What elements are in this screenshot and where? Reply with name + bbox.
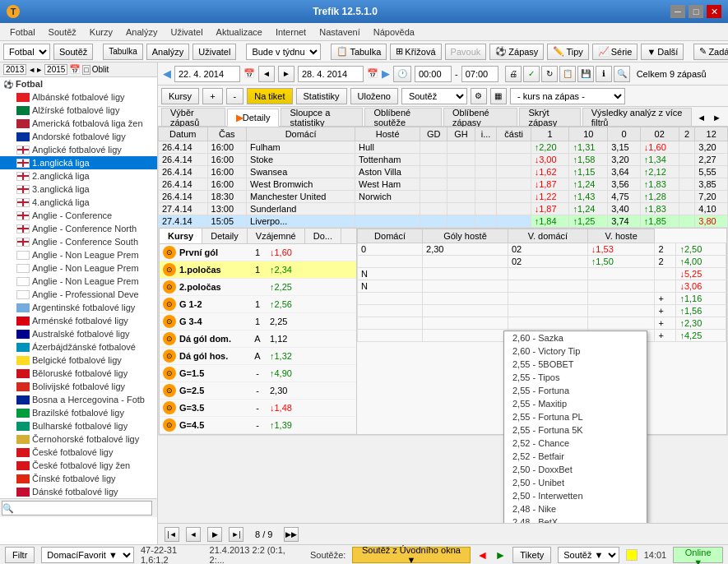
tab-oblibene-zapasy[interactable]: Oblíbené zápasy [443, 108, 517, 126]
soutez-bottom-select[interactable]: Soutěž ▼ [558, 547, 619, 563]
col-cas[interactable]: Čas [207, 127, 247, 141]
dropdown-item[interactable]: 2,50 - DoxxBet [504, 463, 647, 476]
uzivatel-button[interactable]: Uživatel [192, 44, 236, 60]
sidebar-item-albania[interactable]: Albánské fotbalové ligy [0, 90, 157, 104]
menu-fotbal[interactable]: Fotbal [3, 25, 42, 39]
sidebar-item-english-2[interactable]: 2.anglická liga [0, 169, 157, 183]
export-btn[interactable]: 💾 [577, 66, 594, 82]
col-0[interactable]: 0 [608, 127, 641, 141]
nav-prev-btn[interactable]: ◄ [186, 527, 201, 542]
sidebar-item-nonleague3[interactable]: Anglie - Non League Prem [0, 275, 157, 288]
menu-aktualizace[interactable]: Aktualizace [210, 25, 269, 39]
tab-scroll-right[interactable]: ► [709, 109, 725, 126]
menu-soutez[interactable]: Soutěž [42, 25, 83, 39]
oblit-checkbox[interactable]: □ [82, 65, 90, 75]
sidebar-item-algeria[interactable]: Alžírské fotbalové ligy [0, 104, 157, 117]
menu-analyzy[interactable]: Analýzy [119, 25, 165, 39]
add-btn[interactable]: + [202, 88, 222, 104]
sidebar-item-bolivia[interactable]: Bolivijské fotbalové ligy [0, 380, 157, 393]
filter-btn[interactable]: ▦ [490, 88, 507, 104]
pavouk-button[interactable]: Pavouk [445, 44, 487, 60]
calendar-to-icon[interactable]: 📅 [367, 68, 378, 79]
match-tab-do[interactable]: Do... [305, 229, 341, 243]
kurs-select[interactable]: - kurs na zápas - [510, 88, 625, 104]
col-gh[interactable]: GH [447, 127, 475, 141]
krizova-button[interactable]: ⊞ Křížová [390, 44, 441, 60]
table-row[interactable]: 26.4.14 16:00 Stoke Tottenham ↓3,00 ↑1,5… [159, 154, 728, 166]
info-btn[interactable]: ℹ [596, 66, 612, 82]
menu-uzivatel[interactable]: Uživatel [164, 25, 209, 39]
kursy-btn[interactable]: Kursy [161, 88, 199, 104]
col-10[interactable]: 10 [569, 127, 608, 141]
col-domaci[interactable]: Domácí [247, 127, 355, 141]
tab-scroll-left[interactable]: ◄ [693, 109, 709, 126]
col-i[interactable]: i... [475, 127, 497, 141]
print-btn[interactable]: 🖨 [505, 66, 522, 82]
sidebar-item-armenia[interactable]: Arménské fotbalové ligy [0, 314, 157, 327]
calendar-icon[interactable]: 📅 [69, 64, 81, 75]
dropdown-item[interactable]: 2,50 - Unibet [504, 476, 647, 489]
dropdown-item[interactable]: 2,55 - Maxitip [504, 397, 647, 410]
col-1[interactable]: 1 [531, 127, 569, 141]
sidebar-item-conference[interactable]: Anglie - Conference [0, 209, 157, 222]
sidebar-item-argentina[interactable]: Argentinské fotbalové ligy [0, 301, 157, 314]
sidebar-item-america-w[interactable]: Americká fotbalová liga žen [0, 117, 157, 130]
menu-napoveda[interactable]: Nápověda [367, 25, 421, 39]
kurzy-button[interactable]: Tabulka [103, 44, 142, 60]
tabulka-button[interactable]: 📋 Tabulka [331, 44, 387, 60]
sidebar-item-brazil[interactable]: Brazilské fotbalové ligy [0, 406, 157, 419]
sidebar-item-england-leagues[interactable]: Anglické fotbalové ligy [0, 143, 157, 156]
sidebar-search[interactable] [2, 501, 152, 515]
sidebar-item-australia[interactable]: Australské fotbalové ligy [0, 327, 157, 340]
tab-skryt[interactable]: Skrýt zápasy [519, 108, 580, 126]
refresh-btn[interactable]: ↻ [541, 66, 558, 82]
dropdown-item[interactable]: 2,48 - BetX [504, 515, 647, 523]
soutez-button[interactable]: Soutěž [53, 44, 93, 60]
dropdown-item[interactable]: 2,48 - Nike [504, 502, 647, 515]
dropdown-item[interactable]: 2,55 - Fortuna PL [504, 410, 647, 423]
table-row[interactable]: 26.4.14 16:00 Swansea Aston Villa ↓1,62 … [159, 166, 728, 178]
menu-internet[interactable]: Internet [269, 25, 313, 39]
nav-play-btn[interactable]: ▶ [207, 527, 222, 542]
year-to[interactable]: 2015 [44, 64, 67, 75]
dropdown-item[interactable]: 2,52 - Chance [504, 437, 647, 450]
year-from[interactable]: 2013 [3, 64, 26, 75]
match-tab-vzajemne[interactable]: Vzájemné [248, 229, 305, 243]
bet-row-g45[interactable]: ⊙ G=4.5 - ↑1,39 [160, 417, 356, 434]
sport-select[interactable]: Fotbal [3, 44, 50, 60]
soutez-select[interactable]: Soutěž [401, 88, 467, 104]
col-gd[interactable]: GD [420, 127, 447, 141]
sidebar-item-english-1[interactable]: 1.anglická liga [0, 156, 157, 169]
statistiky-btn[interactable]: Statistiky [296, 88, 347, 104]
tikety-btn[interactable]: Tikety [512, 547, 551, 563]
dropdown-item[interactable]: 2,55 - Fortuna [504, 384, 647, 397]
col-casti[interactable]: části [497, 127, 531, 141]
sidebar-item-denmark[interactable]: Dánské fotbalové ligy [0, 485, 157, 498]
arrow-red[interactable]: ◄ [477, 548, 489, 562]
date-from-input[interactable] [174, 66, 240, 82]
nav-prev-icon[interactable]: ◀ [163, 67, 171, 80]
table-row[interactable]: 26.4.14 18:30 Manchester United Norwich … [159, 191, 728, 203]
sidebar-item-china[interactable]: Čínské fotbalové ligy [0, 472, 157, 485]
sidebar-item-english-3[interactable]: 3.anglická liga [0, 183, 157, 196]
table-row[interactable]: 26.4.14 16:00 West Bromwich West Ham ↓1,… [159, 178, 728, 191]
bet-row-polocas1[interactable]: ⊙ 1.poločas 1 ↑2,34 [160, 261, 356, 279]
bet-row-polocas2[interactable]: ⊙ 2.poločas ↑2,25 [160, 279, 356, 296]
col-02[interactable]: 02 [640, 127, 679, 141]
sidebar-item-nonleague2[interactable]: Anglie - Non League Prem [0, 261, 157, 275]
sidebar-item-azerbaijan[interactable]: Ázerbájdžánské fotbalové [0, 340, 157, 354]
time-from-input[interactable] [415, 66, 452, 82]
nav-next2-btn[interactable]: ▶▶ [284, 527, 299, 542]
tab-detaily[interactable]: ▶ Detaily [227, 109, 280, 127]
remove-btn[interactable]: - [226, 88, 244, 104]
col-12[interactable]: 12 [695, 127, 728, 141]
bet-row-g15[interactable]: ⊙ G=1.5 - ↑4,90 [160, 365, 356, 382]
online-btn[interactable]: Online ▼ [673, 547, 723, 563]
sidebar-item-andorra[interactable]: Andorské fotbalové ligy [0, 130, 157, 143]
souteze-btn[interactable]: Soutěž z Úvodního okna ▼ [352, 547, 470, 563]
bet-row-prvni-gol[interactable]: ⊙ První gól 1 ↓1,60 [160, 244, 356, 261]
search2-btn[interactable]: 🔍 [614, 66, 630, 82]
date-to-input[interactable] [298, 66, 364, 82]
analyzy-button[interactable]: Analýzy [146, 44, 190, 60]
calendar-from-icon[interactable]: 📅 [243, 68, 255, 79]
